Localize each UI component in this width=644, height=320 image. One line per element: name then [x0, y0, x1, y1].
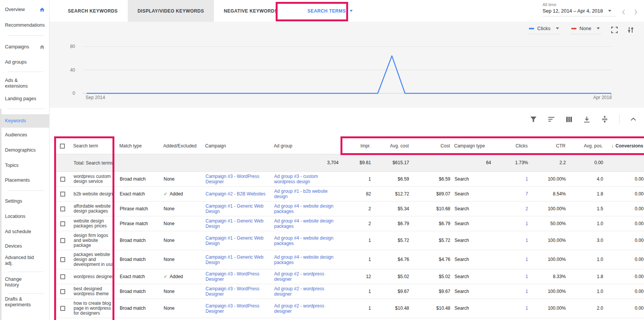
sidebar-item-campaigns[interactable]: Campaigns — [0, 41, 50, 53]
sidebar-item-ad-groups[interactable]: Ad groups — [0, 56, 50, 68]
table-row: b2b website designExact match✓AddedCampa… — [56, 187, 644, 202]
ad-group-link[interactable]: Ad group #2 - wordpress designer — [271, 284, 340, 299]
campaign-link[interactable]: Campaign #3 - WordPress Designer — [202, 284, 271, 299]
campaign-link[interactable]: Campaign #1 - Generic Web Design — [202, 253, 271, 267]
sidebar-item-overview[interactable]: Overview — [0, 4, 50, 15]
added-excluded-label: None — [164, 257, 175, 262]
avg-pos-cell: 1.0 — [567, 287, 604, 296]
date-next-button[interactable] — [632, 8, 639, 16]
main-content: SEARCH KEYWORDSDISPLAY/VIDEO KEYWORDSNEG… — [50, 0, 644, 320]
ad-group-link[interactable]: Ad group #1 - b2b website design — [271, 187, 340, 201]
row-checkbox[interactable] — [60, 306, 65, 311]
sidebar-item-audiences[interactable]: Audiences — [0, 129, 50, 141]
tab-search-terms[interactable]: SEARCH TERMS — [297, 0, 363, 22]
filter-icon[interactable] — [530, 116, 537, 123]
sidebar-item-recommendations[interactable]: Recommendations — [0, 19, 50, 31]
sidebar-item-placements[interactable]: Placements — [0, 174, 50, 186]
sidebar-item-advanced-bid-adj[interactable]: Advanced bid adj. — [0, 255, 50, 266]
sidebar-item-change-history[interactable]: Change history — [0, 277, 50, 288]
row-checkbox[interactable] — [60, 192, 65, 197]
table-header-cell-added-excluded[interactable]: Added/Excluded — [160, 142, 202, 150]
sidebar-divider — [8, 35, 44, 36]
campaign-link[interactable]: Campaign #1 - Generic Web Design — [202, 216, 271, 231]
download-icon[interactable] — [583, 116, 590, 123]
campaign-link[interactable]: Campaign #1 - Generic Web Design — [202, 202, 271, 216]
ctr-cell: 100.00% — [529, 255, 567, 264]
sidebar-item-ad-schedule[interactable]: Ad schedule — [0, 226, 50, 237]
chevron-up-icon[interactable] — [631, 118, 636, 121]
conversions-cell: 0.00 — [604, 287, 644, 296]
sidebar-item-topics[interactable]: Topics — [0, 160, 50, 171]
ad-group-link[interactable]: Ad group #4 - website design packages — [271, 253, 340, 267]
campaign-link[interactable]: Campaign #3 - WordPress Designer — [202, 301, 271, 316]
table-header-cell-search-term[interactable]: Search term — [69, 142, 116, 150]
sidebar-item-demographics[interactable]: Demographics — [0, 144, 50, 156]
clicks-cell: 1 — [492, 219, 529, 228]
table-header-cell-clicks[interactable]: Clicks — [492, 142, 529, 150]
table-header-cell-match-type[interactable]: Match type — [116, 142, 160, 150]
tab-negative-keywords[interactable]: NEGATIVE KEYWORDS — [214, 0, 287, 22]
table-header-cell-campaign-type[interactable]: Campaign type — [451, 142, 492, 150]
total-impr-value: 3,704 — [271, 158, 340, 167]
sidebar-item-locations[interactable]: Locations — [0, 211, 50, 222]
added-excluded-label: None — [164, 289, 175, 294]
ad-group-link[interactable]: Ad group #2 - wordpress designer — [271, 301, 340, 316]
row-checkbox[interactable] — [60, 221, 65, 226]
campaign-link[interactable]: Campaign #3 - WordPress Designer — [202, 172, 271, 186]
row-select-cell — [56, 221, 69, 226]
toolbar-divider — [619, 114, 620, 124]
table-header-cell-avg-cost[interactable]: Avg. cost — [372, 142, 410, 150]
row-checkbox[interactable] — [60, 257, 65, 262]
sidebar-item-drafts-experiments[interactable]: Drafts & experiments — [0, 296, 50, 308]
row-checkbox[interactable] — [60, 289, 65, 294]
segment-icon[interactable] — [548, 116, 555, 122]
select-all-checkbox[interactable] — [60, 144, 65, 149]
row-checkbox[interactable] — [60, 238, 65, 243]
table-header-cell-ad-group[interactable]: Ad group — [271, 142, 339, 150]
table-header-cell-campaign[interactable]: Campaign — [202, 142, 271, 150]
table-header-cell-impr[interactable]: Impr. — [339, 142, 372, 150]
clicks-line-chart: 80400Sep 2014Apr 2018 — [50, 22, 644, 108]
ad-group-link[interactable]: Ad group #3 - custom wordpress design — [271, 172, 340, 186]
row-checkbox[interactable] — [60, 177, 65, 182]
date-range-underline — [543, 16, 617, 16]
campaign-link[interactable]: Campaign #2 - B2B Websites — [202, 189, 271, 198]
ad-group-link[interactable]: Ad group #4 - website design packages — [271, 234, 340, 248]
column-label: Avg. cost — [390, 143, 409, 149]
columns-icon[interactable] — [566, 116, 572, 123]
row-density-icon[interactable] — [601, 116, 608, 123]
row-select-cell — [56, 257, 69, 262]
campaign-link[interactable]: Campaign #1 - Generic Web Design — [202, 234, 271, 248]
tab-search-keywords[interactable]: SEARCH KEYWORDS — [58, 0, 128, 22]
table-header-cell-avg-pos[interactable]: Avg. pos. — [567, 142, 604, 150]
y-axis-tick-label: 80 — [70, 44, 75, 49]
sidebar-item-landing-pages[interactable]: Landing pages — [0, 93, 50, 104]
added-excluded-label: None — [164, 221, 175, 226]
sidebar-scrollbar[interactable] — [0, 109, 2, 320]
tab-display-video-keywords[interactable]: DISPLAY/VIDEO KEYWORDS — [128, 0, 214, 22]
date-range-picker[interactable]: All time Sep 12, 2014 – Apr 4, 2018 — [543, 2, 617, 16]
table-header-cell-conversions[interactable]: ↓Conversions — [604, 142, 644, 150]
table-header-cell-ctr[interactable]: CTR — [529, 142, 567, 150]
row-checkbox[interactable] — [60, 274, 65, 279]
conversions-cell: 0.00 — [604, 175, 644, 184]
sidebar-item-keywords[interactable]: Keywords — [0, 114, 50, 128]
table-header-cell-cost[interactable]: Cost — [410, 142, 451, 150]
impr-cell: 1 — [340, 287, 372, 296]
sidebar-item-devices[interactable]: Devices — [0, 240, 50, 252]
row-checkbox[interactable] — [60, 206, 65, 211]
sidebar-item-label: Settings — [5, 198, 22, 204]
impr-cell: 2 — [340, 219, 372, 228]
column-label: Campaign type — [454, 143, 485, 149]
sidebar-item-settings[interactable]: Settings — [0, 195, 50, 207]
ad-group-link[interactable]: Ad group #2 - wordpress designer — [271, 269, 340, 284]
date-prev-button[interactable] — [620, 8, 627, 16]
campaign-link[interactable]: Campaign #3 - WordPress Designer — [202, 269, 271, 284]
cost-cell: $9.67 — [410, 287, 451, 296]
impr-cell: 1 — [340, 304, 372, 313]
total-row-label: Total: Search terms — [69, 160, 271, 166]
ad-group-link[interactable]: Ad group #4 - website design packages — [271, 202, 340, 216]
sidebar-item-ads-extensions[interactable]: Ads & extensions — [0, 78, 50, 89]
added-excluded-cell: None — [161, 304, 202, 313]
ad-group-link[interactable]: Ad group #4 - website design packages — [271, 216, 340, 231]
